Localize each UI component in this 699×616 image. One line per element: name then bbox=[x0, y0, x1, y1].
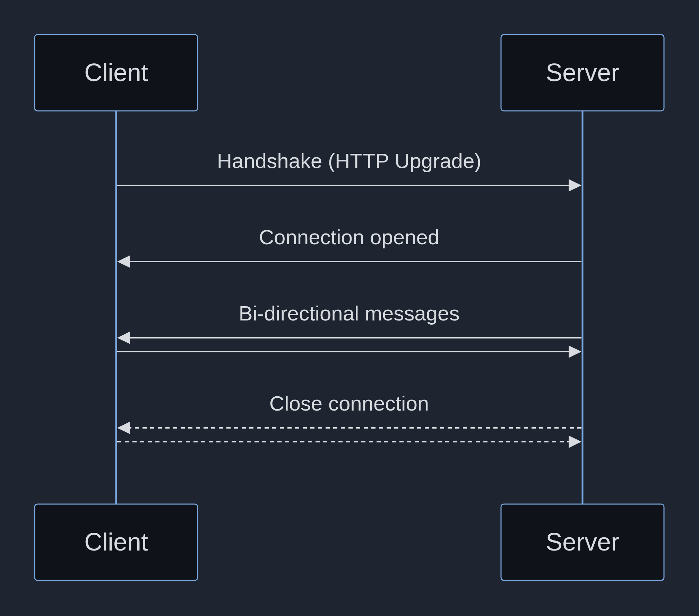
actor-server-top: Server bbox=[501, 35, 664, 111]
arrow-left-icon bbox=[117, 422, 130, 434]
arrow-left-icon bbox=[117, 255, 130, 268]
actor-server-top-label: Server bbox=[546, 59, 619, 86]
arrow-right-icon bbox=[569, 179, 581, 192]
arrow-right-icon bbox=[569, 435, 581, 448]
message-bidirectional: Bi-directional messages bbox=[117, 302, 581, 358]
actor-client-bottom: Client bbox=[35, 504, 198, 580]
message-close-connection-label: Close connection bbox=[269, 392, 429, 415]
message-close-connection: Close connection bbox=[117, 392, 581, 448]
actor-client-bottom-label: Client bbox=[84, 528, 148, 556]
arrow-right-icon bbox=[569, 345, 581, 358]
message-connection-opened-label: Connection opened bbox=[259, 226, 439, 249]
actor-client-top-label: Client bbox=[84, 59, 148, 86]
sequence-diagram: Client Server Client Server Handshake (H… bbox=[0, 0, 699, 616]
message-connection-opened: Connection opened bbox=[117, 226, 581, 268]
message-bidirectional-label: Bi-directional messages bbox=[239, 302, 460, 325]
arrow-left-icon bbox=[117, 332, 130, 344]
actor-server-bottom-label: Server bbox=[546, 528, 619, 556]
actor-server-bottom: Server bbox=[501, 504, 664, 580]
message-handshake: Handshake (HTTP Upgrade) bbox=[117, 149, 581, 192]
message-handshake-label: Handshake (HTTP Upgrade) bbox=[217, 149, 482, 173]
actor-client-top: Client bbox=[35, 35, 198, 111]
